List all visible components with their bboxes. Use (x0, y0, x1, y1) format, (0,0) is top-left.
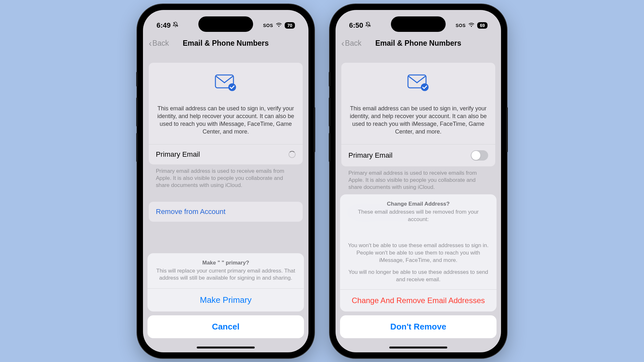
primary-email-row[interactable]: Primary Email (149, 144, 303, 164)
action-sheet-container: Change Email Address? These email addres… (336, 194, 501, 352)
sheet-title: Change Email Address? (348, 201, 489, 207)
cancel-button[interactable]: Cancel (147, 315, 304, 338)
primary-email-footer: Primary email address is used to receive… (149, 164, 303, 189)
primary-email-toggle[interactable] (471, 150, 488, 161)
remove-label: Remove from Account (156, 208, 225, 216)
silent-icon (173, 22, 178, 29)
volume-down-button (329, 133, 330, 162)
page-title: Email & Phone Numbers (183, 39, 269, 48)
info-card: This email address can be used to sign i… (341, 63, 495, 166)
content-area: This email address can be used to sign i… (143, 53, 308, 222)
dont-remove-button[interactable]: Don't Remove (340, 315, 497, 338)
clock: 6:50 (349, 21, 363, 30)
chevron-left-icon: ‹ (341, 39, 344, 48)
home-indicator[interactable] (389, 347, 447, 348)
make-primary-label: Make Primary (200, 295, 251, 305)
wifi-icon (468, 22, 475, 29)
action-sheet: Make " " primary? This will replace your… (147, 253, 304, 311)
silent-switch (329, 72, 330, 87)
remove-from-account-button[interactable]: Remove from Account (149, 202, 303, 222)
wifi-icon (276, 22, 282, 29)
home-indicator[interactable] (197, 347, 255, 348)
loading-spinner-icon (289, 151, 296, 158)
battery-indicator: 69 (477, 22, 488, 29)
back-button[interactable]: ‹ Back (149, 39, 169, 48)
clock: 6:49 (156, 21, 171, 30)
back-label: Back (152, 39, 169, 48)
cancel-label: Cancel (212, 322, 239, 331)
volume-up-button (136, 97, 138, 126)
navigation-bar: ‹ Back Email & Phone Numbers (336, 34, 501, 53)
back-label: Back (345, 39, 361, 48)
page-title: Email & Phone Numbers (375, 39, 461, 48)
mail-verified-icon (155, 74, 296, 92)
primary-email-label: Primary Email (156, 150, 200, 159)
screen: 6:50 SOS 69 ‹ Back Email & Phone Numbers (336, 10, 501, 352)
phone-mockup-left: 6:49 SOS 70 ‹ Back Email & Phone Numbers (137, 4, 314, 358)
dont-remove-label: Don't Remove (390, 322, 446, 331)
power-button (506, 107, 508, 152)
chevron-left-icon: ‹ (149, 39, 152, 48)
power-button (314, 107, 315, 152)
change-and-remove-button[interactable]: Change And Remove Email Addresses (340, 289, 497, 311)
sheet-title: Make " " primary? (155, 260, 296, 266)
sos-label: SOS (263, 23, 273, 28)
make-primary-button[interactable]: Make Primary (147, 288, 304, 311)
phone-mockup-right: 6:50 SOS 69 ‹ Back Email & Phone Numbers (330, 4, 507, 358)
dynamic-island (198, 16, 253, 32)
dynamic-island (391, 16, 446, 32)
volume-down-button (136, 133, 138, 162)
info-text: This email address can be used to sign i… (155, 105, 296, 136)
screen: 6:49 SOS 70 ‹ Back Email & Phone Numbers (143, 10, 308, 352)
mail-verified-icon (348, 74, 489, 92)
volume-up-button (329, 97, 330, 126)
silent-switch (136, 72, 138, 87)
change-and-remove-label: Change And Remove Email Addresses (352, 296, 485, 305)
action-sheet-container: Make " " primary? This will replace your… (143, 253, 308, 352)
sheet-description: This will replace your current primary e… (155, 267, 296, 282)
primary-email-label: Primary Email (348, 151, 393, 160)
silent-icon (365, 22, 371, 29)
info-text: This email address can be used to sign i… (348, 105, 489, 136)
sheet-paragraph-1: These email addresses will be removed fr… (348, 209, 489, 223)
sheet-paragraph-2: You won't be able to use these email add… (348, 242, 489, 264)
sos-label: SOS (456, 23, 466, 28)
sheet-paragraph-3: You will no longer be able to use these … (348, 269, 489, 283)
primary-email-row[interactable]: Primary Email (341, 144, 495, 166)
info-card: This email address can be used to sign i… (149, 63, 303, 164)
primary-email-footer: Primary email address is used to receive… (341, 166, 495, 191)
battery-indicator: 70 (285, 22, 295, 29)
back-button[interactable]: ‹ Back (341, 39, 361, 48)
content-area: This email address can be used to sign i… (336, 53, 501, 217)
navigation-bar: ‹ Back Email & Phone Numbers (143, 34, 308, 53)
action-sheet: Change Email Address? These email addres… (340, 194, 497, 311)
